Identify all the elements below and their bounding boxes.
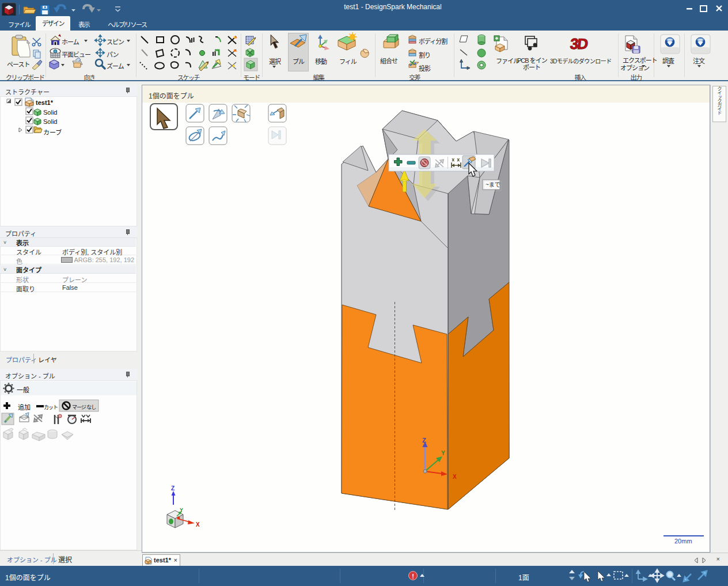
svg-text:Z: Z [422,437,426,444]
svg-text:Y: Y [180,507,183,513]
svg-text:Y: Y [441,450,445,456]
svg-text:!: ! [412,573,414,580]
svg-text:3D: 3D [569,35,589,52]
svg-text:X: X [196,521,200,528]
svg-text:X: X [453,474,457,480]
svg-text:20mm: 20mm [674,538,692,545]
svg-text:~まで: ~まで [486,182,500,188]
svg-text:Z: Z [171,485,175,492]
